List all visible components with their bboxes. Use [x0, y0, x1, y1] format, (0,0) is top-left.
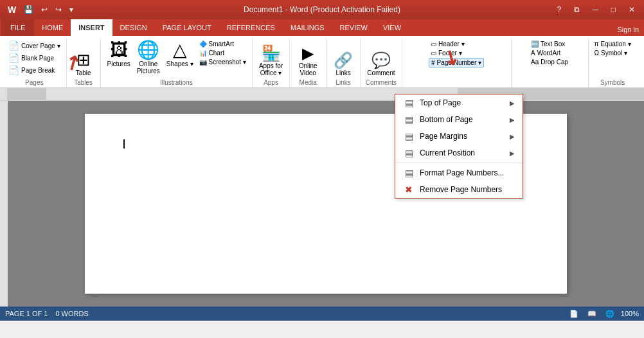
sign-in-link[interactable]: Sign in	[612, 23, 644, 36]
customize-quick-access[interactable]: ▾	[67, 4, 76, 15]
dropdown-item-current-position[interactable]: ▤ Current Position ▶	[395, 145, 523, 161]
zoom-level: 100%	[621, 310, 639, 317]
tab-review[interactable]: REVIEW	[332, 19, 375, 36]
word-logo: W	[5, 3, 19, 16]
tab-design[interactable]: DESIGN	[112, 19, 155, 36]
dropdown-item-format-page-numbers[interactable]: ▤ Format Page Numbers...	[395, 165, 523, 181]
restore-button[interactable]: ⧉	[570, 4, 584, 15]
ribbon-tabs: FILE HOME INSERT DESIGN PAGE LAYOUT REFE…	[0, 19, 644, 36]
tab-insert[interactable]: INSERT	[71, 19, 112, 36]
chart-button[interactable]: 📊 Chart	[197, 49, 248, 57]
minimize-button[interactable]: ─	[589, 4, 602, 15]
top-of-page-label: Top of Page	[420, 98, 461, 107]
wordart-label: WordArt	[537, 49, 561, 57]
footer-label: Footer ▾	[438, 49, 462, 57]
window-controls: ? ⧉ ─ □ ✕	[553, 4, 639, 15]
left-ruler	[0, 101, 8, 307]
page-margins-icon: ▤	[403, 131, 415, 141]
page-number-label: Page Number ▾	[437, 59, 481, 66]
maximize-button[interactable]: □	[607, 4, 620, 15]
dropdown-item-bottom-of-page[interactable]: ▤ Bottom of Page ▶	[395, 111, 523, 128]
close-button[interactable]: ✕	[625, 4, 639, 15]
help-button[interactable]: ?	[553, 4, 566, 15]
pictures-button[interactable]: 🖼 Pictures	[105, 40, 133, 69]
table-button[interactable]: ⊞ Table	[71, 50, 96, 78]
textbox-icon: 🔤	[531, 40, 539, 48]
group-pages: 📄 Cover Page ▾ 📄 Blank Page 📄 Page Break…	[3, 39, 67, 87]
tab-references[interactable]: REFERENCES	[219, 19, 283, 36]
footer-button[interactable]: ▭ Footer ▾	[429, 49, 464, 57]
table-label: Table	[76, 69, 91, 76]
pictures-label: Pictures	[107, 60, 130, 67]
page-number-icon: #	[431, 59, 435, 66]
current-position-arrow: ▶	[510, 150, 515, 157]
symbol-button[interactable]: Ω Symbol ▾	[593, 49, 630, 57]
ribbon-container: FILE HOME INSERT DESIGN PAGE LAYOUT REFE…	[0, 19, 644, 88]
current-position-label: Current Position	[420, 148, 475, 157]
dropcap-button[interactable]: Aa Drop Cap	[529, 58, 570, 66]
group-tables: ⊞ Table Tables	[67, 39, 101, 87]
redo-button[interactable]: ↪	[53, 4, 64, 15]
top-of-page-icon: ▤	[403, 98, 415, 108]
document-canvas[interactable]	[8, 101, 644, 307]
tab-mailings[interactable]: MAILINGS	[283, 19, 332, 36]
dropdown-separator	[395, 163, 523, 163]
smartart-button[interactable]: 🔷 SmartArt	[197, 40, 248, 48]
smartart-icon: 🔷	[199, 40, 207, 48]
textbox-label: Text Box	[541, 40, 565, 48]
cover-page-button[interactable]: 📄 Cover Page ▾	[6, 40, 62, 51]
textbox-button[interactable]: 🔤 Text Box	[529, 40, 567, 48]
dropdown-item-remove-page-numbers[interactable]: ✖ Remove Page Numbers	[395, 181, 523, 198]
svg-rect-3	[0, 101, 8, 307]
dropdown-item-top-of-page[interactable]: ▤ Top of Page ▶	[395, 94, 523, 111]
page-margins-label: Page Margins	[420, 132, 467, 141]
ribbon: FILE HOME INSERT DESIGN PAGE LAYOUT REFE…	[0, 19, 644, 88]
undo-button[interactable]: ↩	[39, 4, 50, 15]
page-break-button[interactable]: 📄 Page Break	[6, 64, 57, 76]
chart-icon: 📊	[199, 49, 207, 57]
header-icon: ▭	[431, 40, 436, 48]
comment-label: Comment	[367, 69, 395, 76]
blank-page-button[interactable]: 📄 Blank Page	[6, 52, 56, 64]
page-number-button[interactable]: # Page Number ▾	[429, 58, 484, 67]
tab-page-layout[interactable]: PAGE LAYOUT	[155, 19, 219, 36]
group-symbols: π Equation ▾ Ω Symbol ▾ Symbols	[589, 39, 637, 87]
apps-label: Apps forOffice ▾	[259, 62, 283, 76]
word-count: 0 WORDS	[55, 310, 88, 317]
apps-for-office-button[interactable]: 🏪 Apps forOffice ▾	[256, 44, 285, 78]
screenshot-button[interactable]: 📷 Screenshot ▾	[197, 58, 248, 66]
online-pictures-button[interactable]: 🌐 OnlinePictures	[134, 40, 163, 76]
equation-label: Equation ▾	[600, 40, 631, 48]
online-video-button[interactable]: ▶ OnlineVideo	[294, 44, 322, 78]
tab-home[interactable]: HOME	[34, 19, 71, 36]
header-button[interactable]: ▭ Header ▾	[429, 40, 467, 48]
symbols-label: Symbols	[600, 78, 625, 86]
apps-label-group: Apps	[264, 78, 278, 86]
shapes-icon: △	[173, 41, 187, 59]
print-layout-button[interactable]: 📄	[567, 309, 581, 319]
media-label: Media	[300, 78, 317, 86]
online-video-icon: ▶	[302, 46, 314, 61]
page-margins-arrow: ▶	[510, 133, 515, 140]
web-layout-button[interactable]: 🌐	[603, 309, 617, 319]
tab-view[interactable]: VIEW	[375, 19, 409, 36]
tab-file[interactable]: FILE	[1, 19, 34, 36]
equation-button[interactable]: π Equation ▾	[593, 40, 633, 48]
group-links: 🔗 Links Links	[326, 39, 361, 87]
shapes-button[interactable]: △ Shapes ▾	[164, 40, 196, 69]
window-title: Document1 - Word (Product Activation Fai…	[244, 5, 400, 14]
page-break-icon: 📄	[8, 65, 19, 75]
wordart-button[interactable]: A WordArt	[529, 49, 562, 57]
status-right: 📄 📖 🌐 100%	[567, 309, 639, 319]
shapes-label: Shapes ▾	[166, 60, 193, 67]
ruler-corner	[0, 88, 8, 100]
reading-view-button[interactable]: 📖	[585, 309, 599, 319]
cover-page-icon: 📄	[8, 40, 19, 51]
chart-label: Chart	[209, 49, 224, 57]
title-left: W 💾 ↩ ↪ ▾	[5, 3, 76, 16]
links-button[interactable]: 🔗 Links	[330, 51, 356, 78]
dropdown-item-page-margins[interactable]: ▤ Page Margins ▶	[395, 128, 523, 145]
save-button[interactable]: 💾	[21, 4, 36, 15]
comment-button[interactable]: 💬 Comment	[364, 51, 397, 78]
top-of-page-arrow: ▶	[510, 100, 515, 107]
